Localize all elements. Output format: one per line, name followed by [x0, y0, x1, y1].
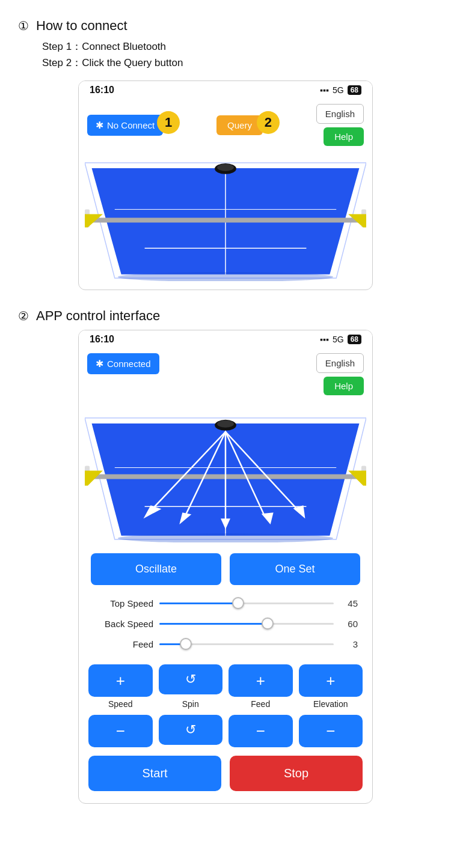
labels-row: Speed Spin Feed Elevation [79, 697, 372, 710]
elevation-minus-col: − [299, 715, 363, 747]
one-set-button[interactable]: One Set [230, 553, 360, 585]
speed-col: + [88, 664, 153, 697]
feed-track[interactable] [159, 638, 334, 650]
svg-point-27 [217, 420, 234, 428]
spin-col: ↺ [159, 664, 223, 697]
section1-title: How to connect [36, 18, 127, 34]
bluetooth-icon-2: ✱ [96, 358, 103, 369]
english-button-2[interactable]: English [316, 353, 364, 373]
minus-buttons-row: − ↺ − − [79, 710, 372, 747]
connected-button[interactable]: ✱ Connected [87, 353, 159, 374]
spin-minus-col: ↺ [159, 715, 223, 747]
speed-minus-col: − [88, 715, 153, 747]
elevation-plus-button[interactable]: + [299, 664, 363, 697]
app-top-row-1: ✱ No Connect 1 Query 2 English Help [79, 99, 372, 150]
battery-badge-2: 68 [348, 335, 361, 344]
status-right-1: ▪▪▪ 5G 68 [320, 85, 361, 95]
svg-rect-7 [85, 218, 366, 223]
stop-button[interactable]: Stop [230, 756, 363, 791]
speed-plus-button[interactable]: + [88, 664, 153, 697]
no-connect-button[interactable]: ✱ No Connect [87, 115, 163, 136]
speed-label-col: Speed [88, 699, 153, 709]
bluetooth-icon-1: ✱ [96, 120, 103, 131]
status-right-2: ▪▪▪ 5G 68 [320, 335, 361, 344]
status-time-1: 16:10 [90, 85, 114, 96]
status-bar-1: 16:10 ▪▪▪ 5G 68 [79, 81, 372, 99]
signal-icon-2: ▪▪▪ [320, 335, 329, 344]
phone-screen-1: 16:10 ▪▪▪ 5G 68 ✱ No Connect 1 Query 2 [78, 80, 373, 290]
back-speed-value: 60 [340, 619, 358, 629]
status-bar-2: 16:10 ▪▪▪ 5G 68 [79, 330, 372, 348]
back-speed-label: Back Speed [93, 619, 153, 629]
sliders-section: Top Speed 45 Back Speed [79, 589, 372, 662]
top-speed-slider-row: Top Speed 45 [93, 597, 358, 609]
top-speed-label: Top Speed [93, 598, 153, 609]
svg-point-13 [217, 164, 234, 171]
battery-badge-1: 68 [348, 85, 361, 95]
feed-slider-row: Feed 3 [93, 638, 358, 650]
feed-label-text: Feed [251, 699, 270, 709]
status-time-2: 16:10 [90, 334, 114, 345]
start-button[interactable]: Start [88, 756, 221, 791]
mode-buttons-row: Oscillate One Set [79, 545, 372, 589]
feed-label-col: Feed [229, 699, 293, 709]
plus-buttons-row: + ↺ + + [79, 662, 372, 697]
feed-minus-col: − [229, 715, 293, 747]
elevation-label-text: Elevation [313, 699, 348, 709]
back-speed-slider-row: Back Speed 60 [93, 618, 358, 630]
elevation-label-col: Elevation [299, 699, 363, 709]
step-circle-1: 1 [157, 111, 180, 134]
section1-num: ① [18, 19, 29, 33]
feed-value: 3 [340, 639, 358, 649]
top-right-btns-1: English Help [316, 104, 364, 146]
spin-plus-button[interactable]: ↺ [159, 664, 223, 694]
section2-header: ② APP control interface [18, 308, 433, 324]
section1-steps: Step 1：Connect Bluetooth Step 2：Click th… [42, 40, 433, 70]
back-speed-track[interactable] [159, 618, 334, 630]
top-speed-track[interactable] [159, 597, 334, 609]
step1-text: Step 1：Connect Bluetooth [42, 40, 433, 53]
network-label-1: 5G [333, 85, 344, 95]
court-1 [79, 150, 372, 284]
top-speed-value: 45 [340, 598, 358, 609]
section2-title: APP control interface [36, 308, 160, 324]
step-circle-2: 2 [257, 111, 280, 134]
connected-top-row: ✱ Connected English Help [79, 348, 372, 399]
feed-label: Feed [93, 639, 153, 649]
top-right-btns-2: English Help [316, 353, 364, 395]
feed-col: + [229, 664, 293, 697]
section1-header: ① How to connect [18, 18, 433, 34]
spin-label-text: Spin [182, 699, 199, 709]
spin-label-col: Spin [159, 699, 223, 709]
network-label-2: 5G [333, 335, 344, 344]
section2-num: ② [18, 309, 29, 323]
feed-minus-button[interactable]: − [229, 715, 293, 747]
start-stop-row: Start Stop [79, 747, 372, 797]
help-button-2[interactable]: Help [324, 377, 364, 395]
signal-icon-1: ▪▪▪ [320, 85, 329, 95]
phone-screen-2: 16:10 ▪▪▪ 5G 68 ✱ Connected English Help [78, 330, 373, 804]
feed-plus-button[interactable]: + [229, 664, 293, 697]
court-2 [79, 399, 372, 545]
elevation-col: + [299, 664, 363, 697]
spin-reset-button[interactable]: ↺ [159, 715, 223, 745]
english-button-1[interactable]: English [316, 104, 364, 124]
query-button[interactable]: Query [216, 115, 263, 135]
elevation-minus-button[interactable]: − [299, 715, 363, 747]
help-button-1[interactable]: Help [324, 127, 364, 146]
speed-minus-button[interactable]: − [88, 715, 153, 747]
speed-label-text: Speed [108, 699, 132, 709]
oscillate-button[interactable]: Oscillate [91, 553, 221, 585]
step2-text: Step 2：Click the Query button [42, 56, 433, 70]
